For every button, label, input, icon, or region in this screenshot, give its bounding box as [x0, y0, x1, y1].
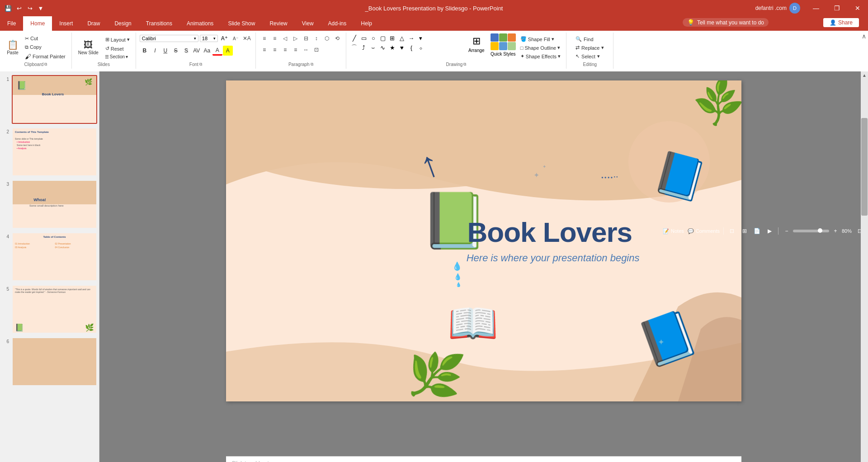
notes-button[interactable]: 📝 Notes	[663, 228, 684, 234]
line-shape[interactable]: ╱	[350, 33, 359, 42]
bracket-shape[interactable]: {	[407, 43, 416, 52]
slide-title[interactable]: Book Lovers	[467, 216, 632, 248]
slide-item-3[interactable]: 3 Whoa! Some small description here	[2, 180, 97, 229]
tab-addins[interactable]: Add-ins	[321, 16, 354, 31]
section-button[interactable]: ☰ Section ▾	[103, 54, 132, 60]
rect2-shape[interactable]: ▢	[378, 33, 387, 42]
replace-button[interactable]: ⇄ Replace ▾	[573, 44, 607, 52]
zoom-in-button[interactable]: +	[831, 226, 840, 236]
curve-shape[interactable]: ⌒	[350, 43, 359, 52]
font-family-selector[interactable]: Calibri ▾	[140, 35, 198, 42]
tab-view[interactable]: View	[295, 16, 321, 31]
zoom-slider[interactable]	[793, 230, 829, 232]
style-3[interactable]	[508, 33, 516, 42]
tell-me-input[interactable]: 💡 Tell me what you want to do	[683, 18, 769, 27]
underline-button[interactable]: U	[160, 46, 170, 56]
tab-home[interactable]: Home	[23, 16, 52, 31]
font-grow-button[interactable]: A⁺	[219, 33, 229, 43]
tab-slideshow[interactable]: Slide Show	[221, 16, 262, 31]
vertical-scrollbar[interactable]: ▲ ▼	[861, 71, 868, 462]
slide-thumb-4[interactable]: Table of Contents 01 Introduction 02 Pre…	[12, 232, 97, 281]
zoom-handle[interactable]	[818, 228, 822, 233]
tab-design[interactable]: Design	[107, 16, 138, 31]
slide-canvas[interactable]: ↑ 📗 💧 💧 💧 📖 🌿 ✦ ✦ 📘 🌿 ● ●	[226, 80, 741, 401]
tab-draw[interactable]: Draw	[80, 16, 107, 31]
slide-item-1[interactable]: 1 Book Lovers 📗 🌿	[2, 75, 97, 124]
normal-view-button[interactable]: ⊡	[727, 226, 736, 236]
comments-button[interactable]: 💬 Comments	[688, 228, 720, 234]
new-slide-button[interactable]: 🖼 New Slide	[75, 39, 101, 57]
shape-fill-button[interactable]: 🪣 Shape Fill ▾	[519, 35, 562, 43]
numbered-list-button[interactable]: ≡	[270, 33, 280, 43]
copy-button[interactable]: ⧉ Copy	[23, 43, 68, 51]
slide-item-2[interactable]: 2 Contents of This Template Some slide o…	[2, 127, 97, 176]
share-button[interactable]: 👤 Share	[823, 18, 859, 27]
notes-area[interactable]: Click to add notes	[226, 456, 741, 462]
restore-button[interactable]: ❐	[826, 0, 847, 16]
save-button[interactable]: 💾	[4, 4, 13, 13]
tab-transitions[interactable]: Transitions	[139, 16, 179, 31]
columns-button[interactable]: ⊟	[301, 33, 311, 43]
align-right-button[interactable]: ≡	[280, 45, 290, 55]
style-6[interactable]	[508, 42, 516, 50]
slideshow-button[interactable]: ▶	[765, 226, 774, 236]
undo-button[interactable]: ↩	[14, 4, 24, 13]
justify-button[interactable]: ≡	[291, 45, 301, 55]
redo-button[interactable]: ↪	[25, 4, 34, 13]
find-button[interactable]: 🔍 Find	[573, 35, 607, 43]
slide-item-5[interactable]: 5 "This is a quote. Words full of wisdom…	[2, 285, 97, 334]
freeform-shape[interactable]: ∿	[378, 43, 387, 52]
triangle-shape[interactable]: △	[397, 33, 406, 42]
arrange-button[interactable]: ⊞ Arrange	[465, 33, 488, 55]
font-shrink-button[interactable]: A⁻	[231, 33, 241, 43]
scroll-thumb-v[interactable]	[861, 118, 868, 216]
slide-thumb-5[interactable]: "This is a quote. Words full of wisdom t…	[12, 285, 97, 334]
arrow-shape[interactable]: →	[407, 33, 416, 42]
customize-qat-button[interactable]: ▼	[36, 4, 45, 13]
align-left-button[interactable]: ≡	[259, 45, 269, 55]
shape-effects-button[interactable]: ✦ Shape Effects ▾	[519, 52, 562, 60]
close-button[interactable]: ✕	[847, 0, 868, 16]
increase-indent-button[interactable]: ▷	[291, 33, 301, 43]
slide-subtitle[interactable]: Here is where your presentation begins	[467, 252, 640, 264]
paste-button[interactable]: 📋 Paste	[4, 39, 22, 57]
italic-button[interactable]: I	[150, 46, 160, 56]
style-1[interactable]	[491, 33, 499, 42]
decrease-indent-button[interactable]: ◁	[280, 33, 290, 43]
layout-button[interactable]: ⊞ Layout ▾	[103, 36, 132, 43]
bullets-button[interactable]: ≡	[259, 33, 269, 43]
reading-view-button[interactable]: 📄	[753, 226, 762, 236]
drawing-expand-icon[interactable]: ⧉	[463, 62, 466, 67]
minimize-button[interactable]: —	[806, 0, 826, 16]
shape-outline-button[interactable]: □ Shape Outline ▾	[519, 44, 562, 52]
text-direction-button[interactable]: ↔	[301, 45, 311, 55]
slide-sorter-button[interactable]: ⊞	[740, 226, 749, 236]
tab-review[interactable]: Review	[262, 16, 294, 31]
star-shape[interactable]: ★	[388, 43, 397, 52]
connector-shape[interactable]: ⤴	[359, 43, 368, 52]
tab-insert[interactable]: Insert	[52, 16, 80, 31]
format-painter-button[interactable]: 🖌 Format Painter	[23, 52, 68, 61]
slide-item-4[interactable]: 4 Table of Contents 01 Introduction 02 P…	[2, 232, 97, 281]
heart-shape[interactable]: ♥	[397, 43, 406, 52]
style-2[interactable]	[499, 33, 507, 42]
reset-button[interactable]: ↺ Reset	[103, 45, 132, 52]
font-expand-icon[interactable]: ⧉	[199, 62, 202, 67]
diamond-shape[interactable]: ⬦	[416, 43, 425, 52]
convert-button[interactable]: ⟲	[332, 33, 342, 43]
clipboard-expand-icon[interactable]: ⧉	[44, 62, 47, 67]
slide-item-6[interactable]: 6	[2, 337, 97, 386]
collapse-ribbon-button[interactable]: ∧	[862, 33, 866, 40]
clear-formatting-button[interactable]: ✕A	[242, 33, 252, 43]
slide-thumb-6[interactable]	[12, 337, 97, 386]
spacing-button[interactable]: AV	[192, 46, 202, 56]
cut-button[interactable]: ✂ Cut	[23, 35, 68, 42]
font-color-button[interactable]: A	[212, 46, 222, 56]
highlight-button[interactable]: A	[223, 46, 233, 56]
vertical-align-button[interactable]: ⊡	[311, 45, 321, 55]
style-5[interactable]	[499, 42, 507, 50]
arc-shape[interactable]: ⌣	[369, 43, 378, 52]
slide-thumb-3[interactable]: Whoa! Some small description here	[12, 180, 97, 229]
paragraph-expand-icon[interactable]: ⧉	[311, 62, 313, 67]
slide-thumb-1[interactable]: Book Lovers 📗 🌿	[12, 75, 97, 124]
